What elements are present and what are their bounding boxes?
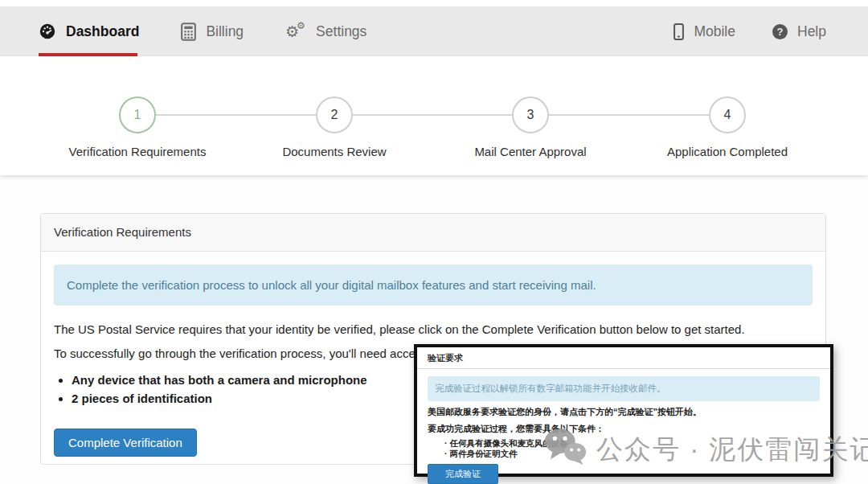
step-label: Documents Review <box>238 145 431 158</box>
navbar-right-group: Mobile ? Help <box>674 6 868 56</box>
card-title: Verification Requirements <box>41 214 825 252</box>
nav-tab-label: Dashboard <box>66 23 139 40</box>
dashboard-gauge-icon <box>39 23 56 40</box>
nav-tab-label: Settings <box>316 23 366 40</box>
step-application-completed: 4 Application Completed <box>631 56 824 158</box>
top-navbar: Dashboard <box>0 0 868 56</box>
nav-tab-billing[interactable]: Billing <box>181 6 244 56</box>
nav-tab-dashboard[interactable]: Dashboard <box>39 6 139 56</box>
step-number: 4 <box>724 108 731 122</box>
popup-intro-text: 美国邮政服务要求验证您的身份，请点击下方的“完成验证”按钮开始。 <box>428 406 820 418</box>
nav-tab-settings[interactable]: ⚙⚙ Settings <box>285 6 366 56</box>
translation-popup: 验证要求 完成验证过程以解锁所有数字邮箱功能并开始接收邮件。 美国邮政服务要求验… <box>414 344 833 477</box>
step-circle: 2 <box>316 96 353 133</box>
step-verification-requirements: 1 Verification Requirements <box>41 56 234 158</box>
step-number: 2 <box>331 108 338 122</box>
step-number: 1 <box>134 108 141 122</box>
nav-item-label: Mobile <box>694 23 735 40</box>
step-circle: 1 <box>119 96 156 133</box>
nav-item-mobile[interactable]: Mobile <box>674 6 735 56</box>
popup-title: 验证要求 <box>417 347 830 369</box>
nav-item-label: Help <box>797 23 826 40</box>
complete-verification-button[interactable]: Complete Verification <box>54 429 197 457</box>
popup-requirement-item-identification: 两件身份证明文件 <box>444 449 820 459</box>
gears-icon: ⚙⚙ <box>285 22 306 41</box>
progress-stepper: 1 Verification Requirements 2 Documents … <box>0 56 868 175</box>
info-banner: Complete the verification process to unl… <box>54 265 813 306</box>
step-number: 3 <box>527 108 534 122</box>
step-circle: 3 <box>512 96 549 133</box>
calculator-icon <box>181 23 196 41</box>
popup-info-banner: 完成验证过程以解锁所有数字邮箱功能并开始接收邮件。 <box>428 376 820 401</box>
step-documents-review: 2 Documents Review <box>238 56 431 158</box>
step-mail-center-approval: 3 Mail Center Approval <box>434 56 627 158</box>
popup-complete-verification-button[interactable]: 完成验证 <box>428 464 498 484</box>
popup-access-text: 要成功完成验证过程，您需要具备以下条件： <box>428 423 820 435</box>
navbar-left-group: Dashboard <box>0 6 366 56</box>
nav-tab-label: Billing <box>206 23 244 40</box>
step-label: Application Completed <box>631 145 824 158</box>
step-label: Mail Center Approval <box>434 145 627 158</box>
mobile-icon <box>674 23 684 40</box>
step-label: Verification Requirements <box>41 145 234 158</box>
nav-item-help[interactable]: ? Help <box>772 6 826 56</box>
popup-requirements-list: 任何具有摄像头和麦克风的设备 两件身份证明文件 <box>444 438 820 459</box>
verification-intro-text: The US Postal Service requires that your… <box>54 322 813 336</box>
help-question-icon: ? <box>772 24 788 39</box>
popup-requirement-item-device: 任何具有摄像头和麦克风的设备 <box>444 438 820 449</box>
mailbox-dashboard-screen: Dashboard <box>0 0 868 484</box>
step-circle: 4 <box>709 96 746 133</box>
